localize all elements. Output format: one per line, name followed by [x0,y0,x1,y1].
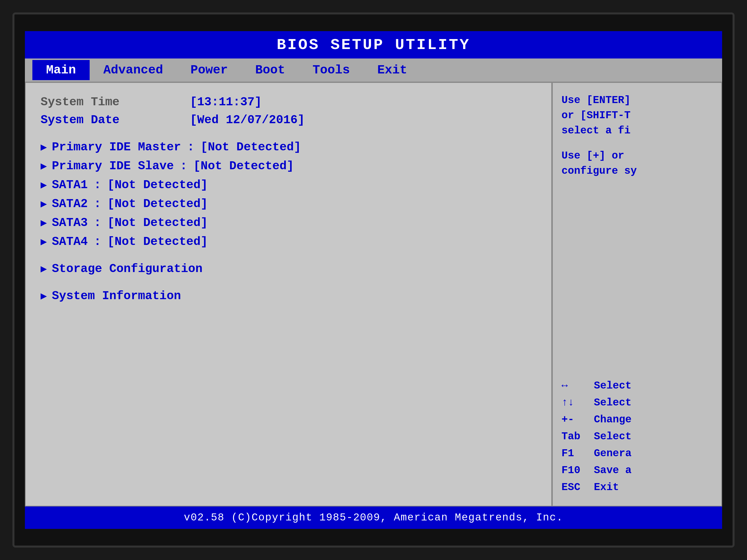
nav-main[interactable]: Main [32,60,89,80]
key-row-plusminus: +- Change [562,414,713,426]
key-row-tab: Tab Select [562,431,713,443]
colon-5: : [94,216,101,230]
footer-bar: v02.58 (C)Copyright 1985-2009, American … [25,506,722,529]
key-desc-f10: Save a [594,464,632,476]
storage-config-row[interactable]: ▶ Storage Configuration [41,262,536,275]
key-row-f1: F1 Genera [562,448,713,459]
nav-bar: Main Advanced Power Boot Tools Exit [25,58,722,82]
arrow-icon: ▶ [41,141,47,154]
key-help-section: ↔ Select ↑↓ Select +- Change Tab [562,380,713,498]
sata1-label: SATA1 [52,178,88,192]
arrow-icon-7: ▶ [41,262,47,275]
sata2-row[interactable]: ▶ SATA2 : [Not Detected] [41,197,536,211]
primary-ide-master-label: Primary IDE Master [52,140,181,154]
colon-2: : [180,159,187,173]
nav-advanced[interactable]: Advanced [89,60,177,80]
primary-ide-slave-row[interactable]: ▶ Primary IDE Slave : [Not Detected] [41,159,536,173]
primary-ide-slave-label: Primary IDE Slave [52,159,174,173]
system-date-label: System Date [41,113,170,127]
bios-title: BIOS SETUP UTILITY [277,36,470,54]
arrow-icon-6: ▶ [41,235,47,248]
colon-3: : [94,178,101,192]
sata3-label: SATA3 [52,216,88,230]
right-panel: Use [ENTER] or [SHIFT-T select a fi Use … [553,82,722,506]
system-info-row[interactable]: ▶ System Information [41,289,536,303]
sata1-value: [Not Detected] [107,178,208,192]
storage-config-label: Storage Configuration [52,262,202,275]
sata1-row[interactable]: ▶ SATA1 : [Not Detected] [41,178,536,192]
arrow-icon-2: ▶ [41,160,47,172]
key-desc-ud: Select [594,397,632,409]
colon-6: : [94,235,101,248]
primary-ide-master-row[interactable]: ▶ Primary IDE Master : [Not Detected] [41,140,536,154]
arrow-icon-8: ▶ [41,290,47,302]
key-symbol-f10: F10 [562,464,594,476]
key-desc-pm: Change [594,414,632,426]
sata2-value: [Not Detected] [107,197,208,211]
key-symbol-lr: ↔ [562,380,594,392]
key-desc-tab: Select [594,431,632,443]
key-row-arrows-lr: ↔ Select [562,380,713,392]
system-time-label: System Time [41,95,170,109]
key-symbol-ud: ↑↓ [562,397,594,409]
sata2-label: SATA2 [52,197,88,211]
arrow-icon-3: ▶ [41,179,47,191]
title-bar: BIOS SETUP UTILITY [25,31,722,58]
key-desc-esc: Exit [594,481,619,493]
nav-boot[interactable]: Boot [241,60,299,80]
sata4-label: SATA4 [52,235,88,248]
screen: BIOS SETUP UTILITY Main Advanced Power B… [25,31,722,529]
help-text-1: Use [ENTER] or [SHIFT-T select a fi [562,93,713,138]
key-row-f10: F10 Save a [562,464,713,476]
key-row-arrows-ud: ↑↓ Select [562,397,713,409]
sata3-row[interactable]: ▶ SATA3 : [Not Detected] [41,216,536,230]
key-desc-f1: Genera [594,448,632,459]
primary-ide-slave-value: [Not Detected] [194,159,294,173]
colon-4: : [94,197,101,211]
key-desc-lr: Select [594,380,632,392]
nav-exit[interactable]: Exit [364,60,421,80]
system-time-value[interactable]: [13:11:37] [190,95,262,109]
system-date-row: System Date [Wed 12/07/2016] [41,113,536,127]
key-symbol-esc: ESC [562,481,594,493]
primary-ide-master-value: [Not Detected] [201,140,301,154]
arrow-icon-4: ▶ [41,197,47,210]
system-time-row: System Time [13:11:37] [41,95,536,109]
key-row-esc: ESC Exit [562,481,713,493]
sata4-row[interactable]: ▶ SATA4 : [Not Detected] [41,235,536,248]
sata4-value: [Not Detected] [107,235,208,248]
system-date-value[interactable]: [Wed 12/07/2016] [190,113,305,127]
nav-tools[interactable]: Tools [299,60,364,80]
help-text-2: Use [+] or configure sy [562,148,713,179]
monitor: BIOS SETUP UTILITY Main Advanced Power B… [12,12,735,548]
arrow-icon-5: ▶ [41,216,47,229]
colon-1: : [187,140,195,154]
sata3-value: [Not Detected] [107,216,208,230]
key-symbol-tab: Tab [562,431,594,443]
key-symbol-f1: F1 [562,448,594,459]
nav-power[interactable]: Power [177,60,241,80]
footer-text: v02.58 (C)Copyright 1985-2009, American … [184,512,563,524]
key-symbol-pm: +- [562,414,594,426]
system-info-label: System Information [52,289,181,303]
content-area: System Time [13:11:37] System Date [Wed … [25,82,722,506]
left-panel: System Time [13:11:37] System Date [Wed … [25,82,552,506]
